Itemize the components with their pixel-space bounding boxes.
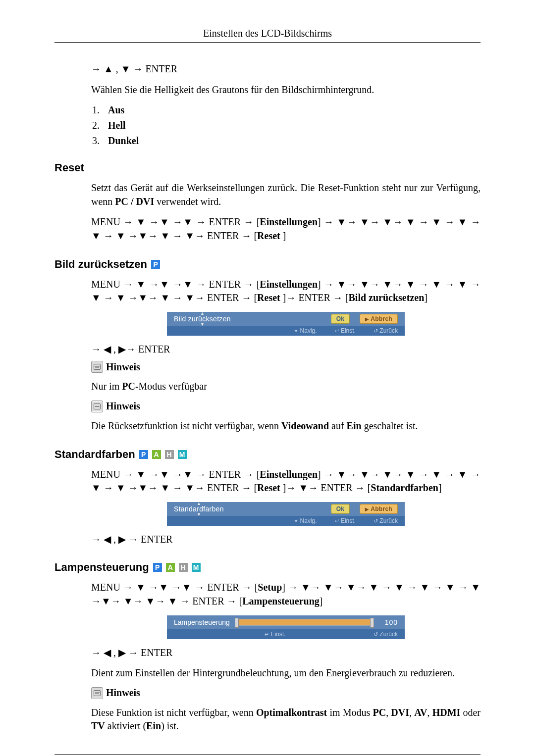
slider-value: 100: [385, 618, 398, 626]
osd-bild: ▲ Bild zurücksetzen ▼ Ok ▸ Abbrch ✦ Navi…: [167, 312, 405, 336]
osd-ok-button[interactable]: Ok: [331, 504, 350, 514]
caret-down-icon: ▼: [174, 513, 224, 516]
osd-hint-enter: ↵ Einst.: [335, 327, 356, 334]
osd-hint-nav: ✦ Navig.: [294, 517, 317, 524]
note-icon: [91, 401, 103, 412]
bild-nav2: → ◀ , ▶→ ENTER: [91, 343, 481, 356]
note-icon: [91, 361, 103, 373]
standard-path: MENU → ▼ →▼ →▼ → ENTER → [Einstellungen]…: [91, 468, 481, 495]
page: Einstellen des LCD-Bildschirms → ▲ , ▼ →…: [0, 0, 535, 756]
badge-a-icon: A: [166, 563, 175, 572]
footer-rule: [54, 754, 481, 755]
lampe-body: Dient zum Einstellen der Hintergrundbele…: [91, 666, 481, 680]
lampe-block: MENU → ▼ →▼ →▼ → ENTER → [Setup] → ▼→ ▼→…: [91, 581, 481, 733]
osd-cancel-button[interactable]: ▸ Abbrch: [360, 504, 398, 514]
bild-vw-note: Die Rücksetzfunktion ist nicht verfügbar…: [91, 419, 481, 433]
slider-fill: [237, 619, 373, 625]
osd-hint-back: ↺ Zurück: [374, 631, 398, 638]
osd-standard-top: ▲ Standardfarben ▼ Ok ▸ Abbrch: [167, 502, 405, 516]
hinweis-1: Hinweis: [91, 361, 481, 373]
osd-standard: ▲ Standardfarben ▼ Ok ▸ Abbrch ✦ Navig. …: [167, 502, 405, 526]
hinweis-2: Hinweis: [91, 401, 481, 412]
osd-bild-bottom: ✦ Navig. ↵ Einst. ↺ Zurück: [167, 326, 405, 336]
hinweis-label: Hinweis: [106, 401, 140, 412]
hinweis-label: Hinweis: [106, 687, 140, 699]
heading-bild: Bild zurücksetzen P: [54, 258, 481, 271]
grauton-option-1: Aus: [102, 104, 481, 116]
grauton-block: → ▲ , ▼ → ENTER Wählen Sie die Helligkei…: [91, 62, 481, 147]
hinweis-label: Hinweis: [106, 361, 140, 373]
lampe-nav2: → ◀ , ▶ → ENTER: [91, 646, 481, 660]
osd-hint-nav: ✦ Navig.: [294, 327, 317, 334]
reset-body: Setzt das Gerät auf die Werkseinstellung…: [91, 181, 481, 208]
grauton-option-3: Dunkel: [102, 135, 481, 147]
grauton-option-2: Hell: [102, 120, 481, 131]
bild-path: MENU → ▼ →▼ →▼ → ENTER → [Einstellungen]…: [91, 278, 481, 305]
lampe-path: MENU → ▼ →▼ →▼ → ENTER → [Setup] → ▼→ ▼→…: [91, 581, 481, 608]
caret-down-icon: ▼: [174, 323, 231, 326]
badge-p-icon: P: [139, 450, 148, 459]
bild-pc-only: Nur im PC-Modus verfügbar: [91, 380, 481, 394]
page-header: Einstellen des LCD-Bildschirms: [54, 28, 481, 42]
osd-lampe-top: Lampensteuerung 100: [167, 615, 405, 629]
reset-block: Setzt das Gerät auf die Werkseinstellung…: [91, 181, 481, 243]
osd-cancel-button[interactable]: ▸ Abbrch: [360, 314, 398, 324]
note-icon: [91, 687, 103, 699]
standard-block: MENU → ▼ →▼ →▼ → ENTER → [Einstellungen]…: [91, 468, 481, 547]
heading-standard: Standardfarben P A H M: [54, 448, 481, 461]
osd-lampe: Lampensteuerung 100 x ↵ Einst. ↺ Zurück: [167, 615, 405, 639]
badge-h-icon: H: [179, 563, 188, 572]
heading-lampe: Lampensteuerung P A H M: [54, 561, 481, 574]
reset-path: MENU → ▼ →▼ →▼ → ENTER → [Einstellungen]…: [91, 215, 481, 243]
heading-reset: Reset: [54, 161, 481, 174]
osd-ok-button[interactable]: Ok: [331, 314, 350, 324]
badge-a-icon: A: [152, 450, 161, 459]
osd-standard-title-wrap: ▲ Standardfarben ▼: [174, 502, 224, 516]
badge-m-icon: M: [178, 450, 187, 459]
header-rule: [54, 42, 481, 43]
hinweis-3: Hinweis: [91, 687, 481, 699]
osd-lampe-bottom: x ↵ Einst. ↺ Zurück: [167, 629, 405, 639]
slider-knob-icon[interactable]: [370, 618, 374, 628]
osd-hint-enter: ↵ Einst.: [265, 631, 285, 638]
badge-m-icon: M: [192, 563, 201, 572]
osd-bild-top: ▲ Bild zurücksetzen ▼ Ok ▸ Abbrch: [167, 312, 405, 326]
osd-bild-title-wrap: ▲ Bild zurücksetzen ▼: [174, 311, 231, 326]
grauton-nav: → ▲ , ▼ → ENTER: [91, 62, 481, 76]
grauton-desc: Wählen Sie die Helligkeit des Grautons f…: [91, 83, 481, 97]
header-wrap: Einstellen des LCD-Bildschirms: [54, 28, 481, 43]
osd-hint-back: ↺ Zurück: [374, 327, 398, 334]
badge-p-icon: P: [151, 260, 160, 269]
slider-left-cap-icon: [235, 618, 239, 628]
slider-track[interactable]: [237, 619, 373, 626]
osd-standard-bottom: ✦ Navig. ↵ Einst. ↺ Zurück: [167, 516, 405, 526]
osd-hint-back: ↺ Zurück: [374, 517, 398, 524]
lampe-note: Diese Funktion ist nicht verfügbar, wenn…: [91, 706, 481, 733]
badge-h-icon: H: [165, 450, 174, 459]
grauton-options: Aus Hell Dunkel: [91, 104, 481, 147]
osd-lampe-title: Lampensteuerung: [174, 618, 230, 626]
osd-hint-enter: ↵ Einst.: [335, 517, 356, 524]
standard-nav2: → ◀ , ▶ → ENTER: [91, 533, 481, 547]
badge-p-icon: P: [153, 563, 162, 572]
bild-block: MENU → ▼ →▼ →▼ → ENTER → [Einstellungen]…: [91, 278, 481, 433]
